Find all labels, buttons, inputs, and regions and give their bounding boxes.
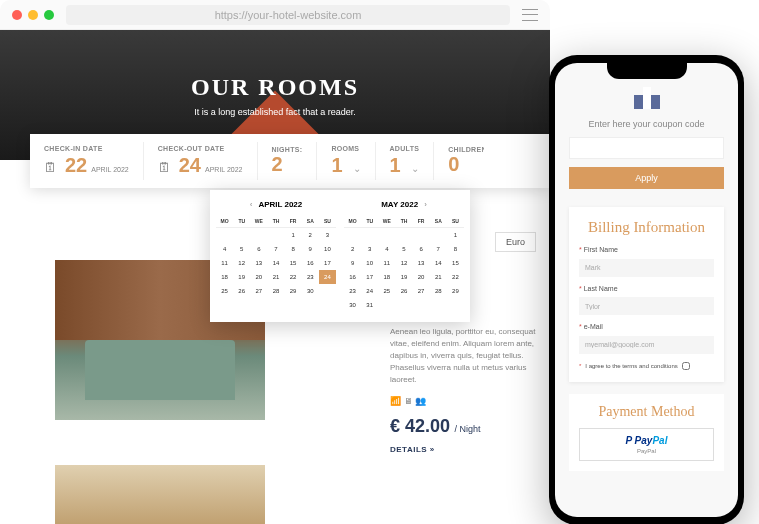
calendar-day[interactable]: 5 [395,242,412,256]
calendar-day[interactable]: 10 [319,242,336,256]
calendar-day[interactable]: 30 [344,298,361,312]
checkout-field[interactable]: CHECK-OUT DATE 🗓24APRIL 2022 [144,142,258,180]
date-picker[interactable]: ‹APRIL 2022 MOTUWETHFRSASU12345678910111… [210,190,470,322]
calendar-day[interactable]: 23 [302,270,319,284]
calendar-day[interactable]: 25 [216,284,233,298]
calendar-day[interactable]: 18 [216,270,233,284]
calendar-day[interactable]: 12 [395,256,412,270]
menu-icon[interactable] [522,9,538,21]
calendar-day[interactable]: 28 [267,284,284,298]
calendar-day[interactable]: 10 [361,256,378,270]
room-price: € 42.00 / Night [390,416,540,437]
paypal-logo: P PayPal [586,435,707,446]
calendar-day[interactable]: 6 [250,242,267,256]
payment-title: Payment Method [579,404,714,420]
email-label: * e-Mail [579,323,714,330]
calendar-day[interactable]: 22 [447,270,464,284]
calendar-day[interactable]: 2 [302,228,319,242]
page-title: OUR ROOMS [191,74,359,101]
calendar-day[interactable]: 4 [378,242,395,256]
calendar-day[interactable]: 27 [250,284,267,298]
maximize-dot[interactable] [44,10,54,20]
calendar-day[interactable]: 5 [233,242,250,256]
calendar-day[interactable]: 19 [233,270,250,284]
nights-field: NIGHTS: 2 [258,142,318,180]
gift-icon [634,87,660,109]
calendar-day[interactable]: 26 [233,284,250,298]
lastname-input[interactable] [579,297,714,315]
children-field[interactable]: CHILDREN 0 [434,142,484,180]
calendar-day[interactable]: 19 [395,270,412,284]
chevron-down-icon: ⌄ [353,163,361,174]
calendar-day[interactable]: 17 [319,256,336,270]
calendar-day[interactable]: 24 [361,284,378,298]
currency-selector[interactable]: Euro [495,232,536,252]
calendar-day[interactable]: 8 [447,242,464,256]
calendar-day[interactable]: 21 [267,270,284,284]
room-amenity-icons: 📶 🖥 👥 [390,396,540,406]
calendar-day[interactable]: 15 [447,256,464,270]
calendar-day[interactable]: 16 [302,256,319,270]
terms-checkbox[interactable] [682,362,690,370]
calendar-day[interactable]: 25 [378,284,395,298]
calendar-day[interactable]: 12 [233,256,250,270]
calendar-day[interactable]: 23 [344,284,361,298]
calendar-day[interactable]: 11 [216,256,233,270]
calendar-day[interactable]: 7 [267,242,284,256]
calendar-day[interactable]: 31 [361,298,378,312]
next-month-icon[interactable]: › [424,200,427,209]
details-link[interactable]: DETAILS » [390,445,540,454]
calendar-day[interactable]: 1 [447,228,464,242]
mobile-preview: Enter here your coupon code Apply Billin… [549,55,744,524]
calendar-day[interactable]: 13 [413,256,430,270]
calendar-day[interactable]: 24 [319,270,336,284]
adults-field[interactable]: ADULTS 1⌄ [376,142,435,180]
calendar-day[interactable]: 13 [250,256,267,270]
payment-card: Payment Method P PayPal PayPal [569,394,724,471]
billing-card: Billing Information * First Name * Last … [569,207,724,382]
calendar-day[interactable]: 9 [344,256,361,270]
calendar-day[interactable]: 3 [361,242,378,256]
calendar-day[interactable]: 4 [216,242,233,256]
browser-chrome: https://your-hotel-website.com [0,0,550,30]
calendar-day[interactable]: 2 [344,242,361,256]
calendar-day[interactable]: 27 [413,284,430,298]
calendar-day[interactable]: 6 [413,242,430,256]
calendar-day[interactable]: 15 [285,256,302,270]
apply-button[interactable]: Apply [569,167,724,189]
calendar-day[interactable]: 21 [430,270,447,284]
calendar-day[interactable]: 11 [378,256,395,270]
terms-checkbox-row[interactable]: *I agree to the terms and conditions [579,362,714,370]
calendar-day[interactable]: 26 [395,284,412,298]
calendar-day[interactable]: 28 [430,284,447,298]
calendar-day[interactable]: 3 [319,228,336,242]
calendar-day[interactable]: 8 [285,242,302,256]
calendar-day[interactable]: 17 [361,270,378,284]
calendar-day[interactable]: 29 [285,284,302,298]
chevron-down-icon: ⌄ [411,163,419,174]
calendar-day[interactable]: 16 [344,270,361,284]
calendar-icon: 🗓 [158,160,171,175]
url-bar[interactable]: https://your-hotel-website.com [66,5,510,25]
calendar-day[interactable]: 14 [267,256,284,270]
close-dot[interactable] [12,10,22,20]
calendar-day[interactable]: 29 [447,284,464,298]
calendar-day[interactable]: 20 [413,270,430,284]
window-controls[interactable] [12,10,54,20]
firstname-input[interactable] [579,259,714,277]
calendar-day[interactable]: 20 [250,270,267,284]
prev-month-icon[interactable]: ‹ [250,200,253,209]
coupon-input[interactable] [569,137,724,159]
calendar-day[interactable]: 14 [430,256,447,270]
paypal-option[interactable]: P PayPal PayPal [579,428,714,461]
rooms-field[interactable]: ROOMS 1⌄ [317,142,375,180]
email-input[interactable] [579,336,714,354]
calendar-day[interactable]: 30 [302,284,319,298]
calendar-day[interactable]: 18 [378,270,395,284]
calendar-day[interactable]: 7 [430,242,447,256]
calendar-day[interactable]: 9 [302,242,319,256]
calendar-day[interactable]: 1 [285,228,302,242]
checkin-field[interactable]: CHECK-IN DATE 🗓22APRIL 2022 [30,142,144,180]
minimize-dot[interactable] [28,10,38,20]
calendar-day[interactable]: 22 [285,270,302,284]
